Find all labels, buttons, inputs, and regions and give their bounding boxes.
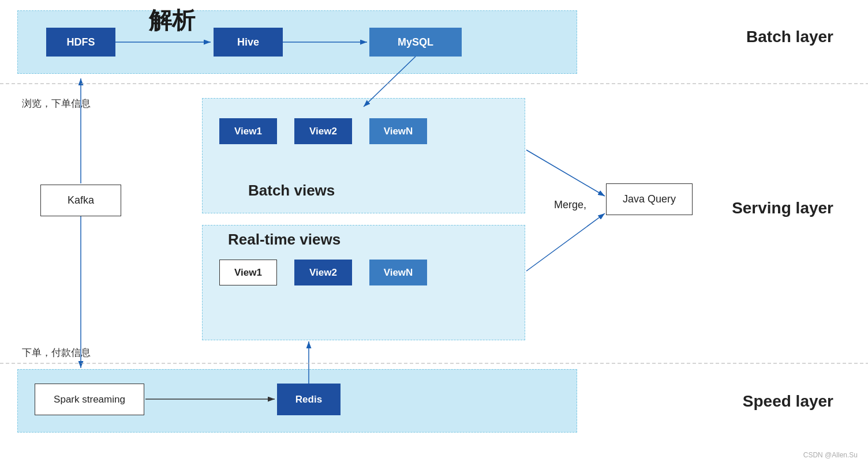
diagram-container: 解析 Batch layer HDFS Hive MySQL Batch vie… — [0, 0, 868, 466]
order-payment-label: 下单，付款信息 — [22, 346, 91, 359]
mysql-box: MySQL — [369, 28, 462, 57]
svg-line-10 — [526, 213, 605, 271]
watermark: CSDN @Allen.Su — [803, 451, 858, 459]
speed-layer-label: Speed layer — [743, 392, 833, 411]
hive-box: Hive — [214, 28, 283, 57]
realtime-view2-box: View2 — [294, 260, 352, 285]
svg-line-9 — [526, 150, 605, 196]
redis-box: Redis — [277, 384, 341, 415]
batch-layer-label: Batch layer — [746, 28, 833, 46]
jiexi-label: 解析 — [149, 5, 195, 36]
hdfs-box: HDFS — [46, 28, 115, 57]
batch-viewN-box: ViewN — [369, 118, 427, 144]
batch-views-label: Batch views — [248, 182, 335, 200]
batch-view1-box: View1 — [219, 118, 277, 144]
batch-view2-box: View2 — [294, 118, 352, 144]
browse-order-label: 浏览，下单信息 — [22, 97, 91, 110]
realtime-views-label: Real-time views — [228, 231, 341, 249]
realtime-viewN-box: ViewN — [369, 260, 427, 285]
java-query-box: Java Query — [606, 183, 693, 215]
realtime-view1-box: View1 — [219, 260, 277, 285]
serving-layer-label: Serving layer — [732, 199, 833, 217]
kafka-box: Kafka — [40, 185, 121, 216]
spark-box: Spark streaming — [35, 384, 144, 415]
merge-label: Merge, — [554, 199, 586, 211]
